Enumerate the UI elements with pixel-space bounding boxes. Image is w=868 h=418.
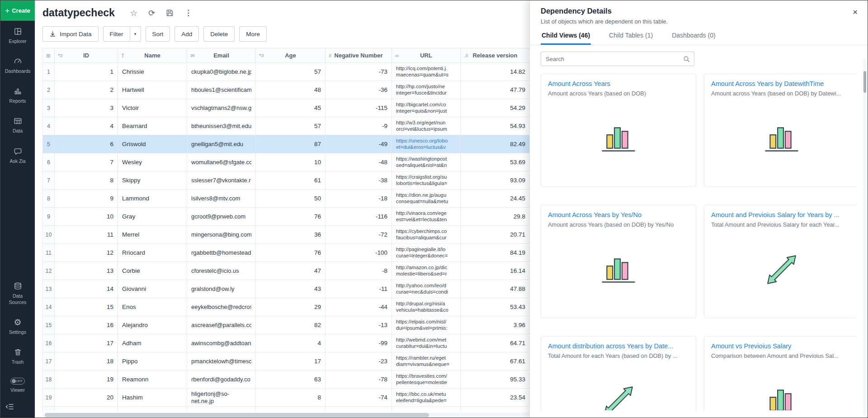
row-number-cell[interactable]: 11 <box>42 244 55 262</box>
cell-email[interactable]: pmancktelowh@timesc <box>187 352 256 370</box>
row-number-cell[interactable]: 2 <box>42 81 55 99</box>
row-number-cell[interactable]: 10 <box>42 226 55 244</box>
cell-name[interactable]: Alejandro <box>118 316 187 334</box>
cell-id[interactable]: 1 <box>55 63 118 81</box>
cell-age[interactable]: 61 <box>256 171 326 190</box>
cell-email[interactable]: ascreasef@parallels.co <box>187 316 256 334</box>
card-title-link[interactable]: Amount distribution across Years by Date… <box>548 342 689 350</box>
column-header-email[interactable]: ✉ Email <box>187 48 256 63</box>
column-header-release[interactable]: .# Release version <box>461 48 530 63</box>
create-button[interactable]: + Create <box>0 0 35 21</box>
cell-name[interactable] <box>118 407 187 411</box>
cell-name[interactable]: Griswold <box>118 135 187 153</box>
cell-age[interactable]: 36 <box>256 226 326 244</box>
table-row[interactable]: 13 14 Giovanni gralstond@ow.ly 43 -11 ht… <box>42 280 530 298</box>
cell-name[interactable]: Merrel <box>118 226 187 244</box>
cell-age[interactable]: 57 <box>256 63 326 81</box>
row-number-cell[interactable]: 16 <box>42 334 55 352</box>
row-number-cell[interactable]: 14 <box>42 298 55 316</box>
cell-name[interactable]: Chrissie <box>118 63 187 81</box>
table-row[interactable]: 19 20 Hashim hligertonj@so-net.ne.jp 8 -… <box>42 389 530 407</box>
cell-release-version[interactable]: 24.45 <box>461 190 530 208</box>
card-title-link[interactable]: Amount vs Previoius Salary <box>711 342 852 350</box>
cell-url[interactable]: https://dion.ne.jp/auguconsequat=nulla&m… <box>392 190 461 208</box>
save-icon[interactable] <box>166 9 174 17</box>
cell-age[interactable]: 57 <box>256 117 326 135</box>
row-number-cell[interactable]: 19 <box>42 389 55 407</box>
cell-url[interactable]: http://yahoo.com/leo/dcurae=nec&duis=con… <box>392 280 461 298</box>
cell-age[interactable]: 48 <box>256 81 326 99</box>
cell-name[interactable]: Bearnard <box>118 117 187 135</box>
sidebar-item-explorer[interactable]: Explorer <box>0 21 35 51</box>
panel-scrollbar[interactable] <box>863 58 867 416</box>
cell-url[interactable]: http://amazon.co.jp/dicmolestie=libero&s… <box>392 262 461 280</box>
row-number-cell[interactable]: 8 <box>42 190 55 208</box>
cell-release-version[interactable]: 54.29 <box>461 99 530 117</box>
cell-id[interactable]: 14 <box>55 280 118 298</box>
cell-email[interactable]: gnelligan5@mit.edu <box>187 135 256 153</box>
cell-id[interactable]: 11 <box>55 226 118 244</box>
cell-name[interactable]: Rriocard <box>118 244 187 262</box>
cell-age[interactable]: 43 <box>256 280 326 298</box>
cell-release-version[interactable]: 67.61 <box>461 352 530 370</box>
cell-id[interactable]: 8 <box>55 171 118 190</box>
favorite-star-icon[interactable]: ☆ <box>130 9 137 17</box>
cell-id[interactable]: 2 <box>55 81 118 99</box>
column-header-id[interactable]: *# ID <box>55 48 118 63</box>
cell-url[interactable]: http://hp.com/justo/neinteger=fusce&tinc… <box>392 81 461 99</box>
cell-id[interactable]: 6 <box>55 135 118 153</box>
cell-release-version[interactable]: 53.43 <box>461 298 530 316</box>
table-row[interactable]: 7 8 Skippy sslesser7@vkontakte.r 61 -38 … <box>42 171 530 190</box>
cell-negative-number[interactable]: -8 <box>326 262 392 280</box>
filter-dropdown-arrow[interactable]: ▾ <box>130 26 141 42</box>
cell-url[interactable]: https://bbc.co.uk/metueleifend=ligula&pe… <box>392 389 461 407</box>
cell-url[interactable]: https://washingtonpostsed=aliquet&nisl=a… <box>392 153 461 171</box>
cell-url[interactable]: https://craigslist.org/sulobortis=lectus… <box>392 171 461 190</box>
cell-email[interactable]: hboules1@scientificam <box>187 81 256 99</box>
cell-url[interactable]: https://rambler.ru/egetdiam=vivamus&nequ… <box>392 352 461 370</box>
tab-child-views-46[interactable]: Child Views (46) <box>541 32 591 45</box>
cell-negative-number[interactable]: -18 <box>326 190 392 208</box>
table-row[interactable]: 1 1 Chrissie ckupka0@biglobe.ne.jp 57 -7… <box>42 63 530 81</box>
horizontal-scrollbar-thumb[interactable] <box>45 413 429 417</box>
close-icon[interactable]: × <box>853 8 858 16</box>
cell-id[interactable]: 17 <box>55 334 118 352</box>
cell-release-version[interactable]: 54.93 <box>461 117 530 135</box>
tab-dashboards-0[interactable]: Dashboards (0) <box>671 32 717 45</box>
cell-name[interactable]: Pippo <box>118 352 187 370</box>
cell-negative-number[interactable]: -72 <box>326 226 392 244</box>
cell-url[interactable]: https://elpais.com/nisl/dui=ipsum&vel=pr… <box>392 316 461 334</box>
cell-negative-number[interactable]: -36 <box>326 81 392 99</box>
horizontal-scrollbar[interactable] <box>42 413 530 418</box>
column-header-name[interactable]: T Name <box>118 48 187 63</box>
cell-id[interactable]: 3 <box>55 99 118 117</box>
cell-negative-number[interactable] <box>326 407 392 411</box>
cell-url[interactable]: https://unesco.org/loboet=dui&eros=luctu… <box>392 135 461 153</box>
cell-age[interactable] <box>256 407 326 411</box>
cell-id[interactable]: 13 <box>55 262 118 280</box>
row-number-cell[interactable]: 1 <box>42 63 55 81</box>
cell-url[interactable]: https://cyberchimps.cofaucibus=aliquam&c… <box>392 226 461 244</box>
cell-negative-number[interactable]: -44 <box>326 298 392 316</box>
cell-release-version[interactable]: 64.71 <box>461 334 530 352</box>
cell-url[interactable]: http://drupal.org/nisi/avehicula=habitas… <box>392 298 461 316</box>
table-row[interactable]: 6 7 Wesley womullane6@sfgate.cc 10 -48 h… <box>42 153 530 171</box>
cell-negative-number[interactable]: -23 <box>326 352 392 370</box>
cell-name[interactable]: Wesley <box>118 153 187 171</box>
cell-name[interactable]: Reamonn <box>118 370 187 389</box>
cell-url[interactable]: http://icq.com/potenti.j.maecenas=quam&u… <box>392 63 461 81</box>
row-number-cell[interactable]: 12 <box>42 262 55 280</box>
cell-email[interactable]: gralstond@ow.ly <box>187 280 256 298</box>
cell-negative-number[interactable]: -9 <box>326 117 392 135</box>
sidebar-item-ask-zia[interactable]: Ask Zia <box>0 141 35 171</box>
cell-age[interactable]: 87 <box>256 135 326 153</box>
sidebar-item-viewer[interactable]: OFF Viewer <box>0 371 35 399</box>
cell-id[interactable]: 20 <box>55 389 118 407</box>
sidebar-item-dashboards[interactable]: Dashboards <box>0 51 35 81</box>
sidebar-item-settings[interactable]: ⚙ Settings <box>0 312 35 342</box>
cell-age[interactable]: 76 <box>256 208 326 226</box>
table-row[interactable]: 12 13 Corbie cforestelc@icio.us 47 -8 ht… <box>42 262 530 280</box>
cell-email[interactable]: cforestelc@icio.us <box>187 262 256 280</box>
cell-release-version[interactable]: 84.19 <box>461 244 530 262</box>
cell-url[interactable]: http://webmd.com/metcurabitur=dui&in=luc… <box>392 334 461 352</box>
